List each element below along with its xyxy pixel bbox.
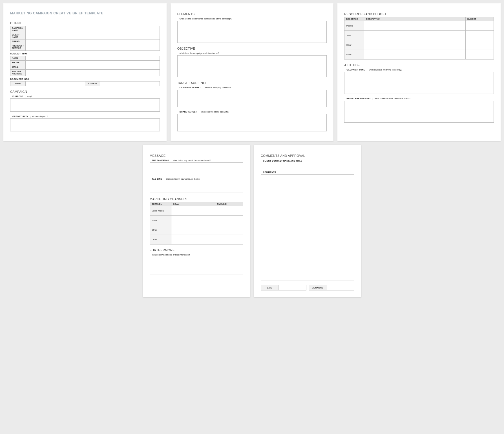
opportunity-label: OPPORTUNITY	[12, 115, 28, 118]
comments-label: COMMENTS	[263, 171, 354, 173]
label-product-service: PRODUCT / SERVICE	[10, 44, 26, 51]
campaign-tone-prompt: CAMPAIGN TONE | what traits are we tryin…	[346, 69, 494, 71]
signature-block: SIGNATURE	[309, 285, 354, 290]
tagline-hint: prepared copy, key words, or theme	[166, 178, 200, 180]
date-input[interactable]	[278, 285, 306, 290]
cell-budget[interactable]	[466, 21, 494, 31]
channels-table: CHANNEL GOAL TIMELINE Social Media Email…	[150, 202, 243, 244]
campaign-target-hint: who are we trying to reach?	[205, 86, 231, 89]
input-campaign-name[interactable]	[26, 26, 160, 33]
label-email: EMAIL	[10, 65, 26, 69]
brand-personality-textarea[interactable]	[344, 101, 494, 123]
objective-textarea[interactable]	[177, 55, 327, 77]
objective-hint: what does the campaign work to achieve?	[180, 52, 327, 54]
brand-target-textarea[interactable]	[177, 114, 327, 131]
cell-timeline[interactable]	[215, 206, 243, 216]
input-email[interactable]	[26, 65, 160, 69]
table-row: Other	[150, 225, 243, 235]
table-row: Tools	[344, 31, 494, 40]
col-channel: CHANNEL	[150, 202, 171, 206]
input-phone[interactable]	[26, 60, 160, 65]
opportunity-textarea[interactable]	[10, 118, 160, 132]
input-product-service[interactable]	[26, 44, 160, 51]
elements-hint: what are the fundamental components of t…	[180, 17, 327, 20]
signature-row: DATE SIGNATURE	[261, 285, 354, 290]
cell-description[interactable]	[364, 50, 466, 60]
section-message: MESSAGE	[150, 154, 243, 157]
input-brand[interactable]	[26, 39, 160, 44]
purpose-hint: why?	[27, 95, 32, 98]
client-contact-input[interactable]	[261, 163, 354, 168]
section-elements: ELEMENTS	[177, 12, 327, 16]
furthermore-textarea[interactable]	[150, 257, 243, 274]
input-mailing-address[interactable]	[26, 69, 160, 76]
section-marketing-channels: MARKETING CHANNELS	[150, 197, 243, 201]
table-row: Email	[150, 216, 243, 225]
brand-personality-prompt: BRAND PERSONALITY | what characteristics…	[346, 97, 494, 100]
page-5: COMMENTS AND APPROVAL CLIENT CONTACT NAM…	[254, 145, 361, 297]
takeaway-hint: what is the key idea to be remembered?	[173, 159, 211, 162]
campaign-target-label: CAMPAIGN TARGET	[180, 86, 201, 89]
label-mailing-address: MAILING ADDRESS	[10, 69, 26, 76]
table-row: Other	[344, 40, 494, 50]
cell-timeline[interactable]	[215, 235, 243, 244]
cell-timeline[interactable]	[215, 225, 243, 235]
cell-timeline[interactable]	[215, 216, 243, 225]
label-client-name: CLIENT NAME	[10, 33, 26, 39]
date-label: DATE	[261, 285, 278, 290]
date-block: DATE	[261, 285, 306, 290]
label-campaign-name: CAMPAIGN NAME	[10, 26, 26, 33]
input-date[interactable]	[26, 81, 85, 86]
section-comments-approval: COMMENTS AND APPROVAL	[261, 154, 354, 157]
label-name: NAME	[10, 56, 26, 60]
cell-goal[interactable]	[171, 216, 215, 225]
signature-label: SIGNATURE	[309, 285, 326, 290]
cell-budget[interactable]	[466, 40, 494, 50]
purpose-label: PURPOSE	[12, 95, 23, 98]
campaign-target-prompt: CAMPAIGN TARGET | who are we trying to r…	[180, 86, 327, 89]
cell-goal[interactable]	[171, 225, 215, 235]
input-author[interactable]	[100, 81, 160, 86]
tagline-textarea[interactable]	[150, 181, 243, 193]
page-3: RESOURCES AND BUDGET RESOURCE DESCRIPTIO…	[337, 3, 501, 141]
campaign-tone-label: CAMPAIGN TONE	[346, 69, 365, 71]
campaign-tone-textarea[interactable]	[344, 72, 494, 94]
contact-info-heading: CONTACT INFO	[10, 52, 160, 55]
input-client-name[interactable]	[26, 33, 160, 39]
cell-description[interactable]	[364, 31, 466, 40]
resources-table: RESOURCE DESCRIPTION BUDGET People Tools…	[344, 17, 494, 60]
cell-goal[interactable]	[171, 235, 215, 244]
section-target-audience: TARGET AUDIENCE	[177, 81, 327, 85]
contact-fields-table: NAME PHONE EMAIL MAILING ADDRESS	[10, 56, 160, 76]
cell-budget[interactable]	[466, 50, 494, 60]
signature-input[interactable]	[326, 285, 354, 290]
comments-textarea[interactable]	[261, 174, 354, 281]
label-brand: BRAND	[10, 39, 26, 44]
elements-textarea[interactable]	[177, 21, 327, 43]
takeaway-textarea[interactable]	[150, 162, 243, 174]
brand-personality-hint: what characteristics define the brand?	[375, 97, 410, 100]
table-row: Social Media	[150, 206, 243, 216]
input-name[interactable]	[26, 56, 160, 60]
purpose-textarea[interactable]	[10, 98, 160, 112]
takeaway-prompt: THE TAKEAWAY | what is the key idea to b…	[152, 159, 243, 162]
section-client: CLIENT	[10, 21, 160, 25]
furthermore-hint: include any additional critical informat…	[152, 254, 243, 256]
col-budget: BUDGET	[466, 17, 494, 21]
table-row: Other	[150, 235, 243, 244]
tagline-label: TAG LINE	[152, 178, 162, 180]
label-date: DATE	[10, 81, 26, 86]
campaign-tone-hint: what traits are we trying to convey?	[369, 69, 402, 71]
section-resources-budget: RESOURCES AND BUDGET	[344, 12, 494, 16]
cell-description[interactable]	[364, 40, 466, 50]
col-timeline: TIMELINE	[215, 202, 243, 206]
col-resource: RESOURCE	[344, 17, 364, 21]
section-objective: OBJECTIVE	[177, 47, 327, 50]
campaign-target-textarea[interactable]	[177, 90, 327, 107]
cell-description[interactable]	[364, 21, 466, 31]
label-author: AUTHOR	[85, 81, 100, 86]
cell-goal[interactable]	[171, 206, 215, 216]
section-attitude: ATTITUDE	[344, 63, 494, 67]
document-title: MARKETING CAMPAIGN CREATIVE BRIEF TEMPLA…	[10, 11, 160, 15]
cell-budget[interactable]	[466, 31, 494, 40]
